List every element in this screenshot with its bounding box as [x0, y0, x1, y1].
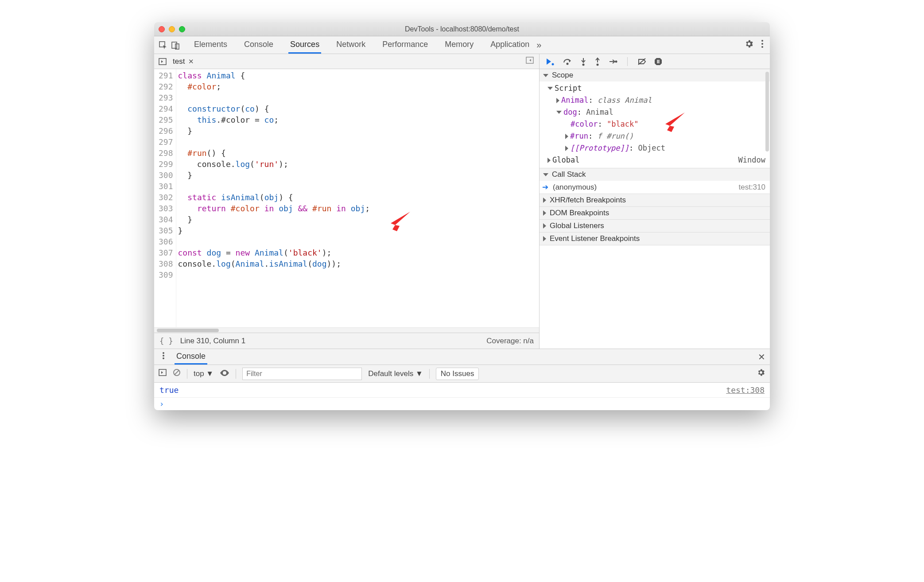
more-tabs-icon[interactable]: »	[531, 40, 547, 50]
current-frame-icon: ➔	[542, 182, 548, 192]
svg-point-10	[582, 63, 585, 66]
step-icon[interactable]	[609, 58, 617, 65]
editor-statusbar: { } Line 310, Column 1 Coverage: n/a	[154, 333, 539, 349]
callstack-pane: Call Stack ➔ (anonymous) test:310	[540, 168, 770, 194]
code-editor[interactable]: 291 292 293 294 295 296 297 298 299 300 …	[154, 69, 539, 327]
console-log-row[interactable]: true test:308	[154, 383, 770, 398]
svg-point-9	[567, 62, 569, 65]
svg-rect-13	[657, 60, 658, 63]
step-into-icon[interactable]	[580, 57, 586, 66]
step-over-icon[interactable]	[563, 58, 572, 65]
file-tab-bar: test ✕	[154, 54, 539, 69]
context-selector[interactable]: top ▼	[194, 369, 214, 378]
panel-tabs: ElementsConsoleSourcesNetworkPerformance…	[192, 36, 531, 54]
live-expression-icon[interactable]	[220, 369, 229, 378]
tab-application[interactable]: Application	[489, 36, 531, 54]
xhr-breakpoints-pane[interactable]: XHR/fetch Breakpoints	[540, 194, 770, 207]
issues-button[interactable]: No Issues	[436, 368, 479, 380]
console-log-value: true	[159, 385, 179, 395]
sources-editor-pane: test ✕ 291 292 293 294 295 296 297 298 2…	[154, 54, 540, 349]
step-out-icon[interactable]	[594, 57, 601, 66]
clear-console-icon[interactable]	[173, 369, 181, 379]
svg-rect-14	[659, 60, 660, 63]
callstack-header[interactable]: Call Stack	[540, 168, 770, 181]
scope-pane: Scope Script Animal: class Animal dog: A…	[540, 69, 770, 168]
scope-global[interactable]: GlobalWindow	[540, 154, 770, 166]
tab-performance[interactable]: Performance	[380, 36, 430, 54]
svg-point-4	[761, 43, 763, 45]
event-listener-breakpoints-pane[interactable]: Event Listener Breakpoints	[540, 233, 770, 245]
svg-point-8	[552, 63, 554, 65]
console-filter-input[interactable]	[242, 368, 362, 380]
pretty-print-icon[interactable]: { }	[159, 337, 173, 345]
main-split: test ✕ 291 292 293 294 295 296 297 298 2…	[154, 54, 770, 349]
window-titlebar: DevTools - localhost:8080/demo/test	[154, 22, 770, 36]
console-toolbar: top ▼ Default levels ▼ No Issues	[154, 365, 770, 383]
svg-point-5	[761, 46, 763, 48]
console-settings-gear-icon[interactable]	[757, 368, 765, 379]
tab-console[interactable]: Console	[242, 36, 275, 54]
scope-animal[interactable]: Animal: class Animal	[540, 94, 770, 106]
close-file-icon[interactable]: ✕	[188, 58, 194, 66]
tab-memory[interactable]: Memory	[443, 36, 475, 54]
inspect-icon[interactable]	[157, 39, 169, 51]
annotation-arrow-icon	[389, 188, 437, 255]
coverage-label: Coverage: n/a	[486, 337, 534, 345]
overflow-menu-icon[interactable]	[757, 39, 767, 50]
console-prompt[interactable]: ›	[154, 398, 770, 410]
svg-point-11	[597, 63, 599, 66]
svg-point-3	[761, 40, 763, 42]
drawer-tabs: Console ✕	[154, 349, 770, 365]
close-drawer-icon[interactable]: ✕	[758, 352, 765, 362]
toggle-sidebar-icon[interactable]	[523, 57, 536, 66]
tab-sources[interactable]: Sources	[288, 36, 321, 54]
code-content[interactable]: class Animal { #color; constructor(co) {…	[176, 69, 539, 327]
resume-icon[interactable]	[546, 58, 555, 66]
svg-point-15	[163, 352, 164, 354]
svg-rect-1	[172, 42, 177, 48]
cursor-position: Line 310, Column 1	[180, 337, 245, 345]
file-tab-name: test	[173, 57, 185, 66]
svg-point-12	[615, 60, 617, 62]
scope-dog[interactable]: dog: Animal	[540, 106, 770, 118]
tab-network[interactable]: Network	[334, 36, 367, 54]
svg-point-16	[163, 355, 164, 357]
file-tab[interactable]: test ✕	[168, 57, 198, 66]
right-pane-scrollbar[interactable]	[765, 72, 769, 151]
devtools-tabs: ElementsConsoleSourcesNetworkPerformance…	[154, 36, 770, 54]
scope-prototype[interactable]: [[Prototype]]: Object	[540, 142, 770, 154]
scope-header[interactable]: Scope	[540, 69, 770, 81]
debugger-pane: Scope Script Animal: class Animal dog: A…	[540, 54, 770, 349]
line-gutter: 291 292 293 294 295 296 297 298 299 300 …	[154, 69, 176, 327]
console-log-source[interactable]: test:308	[726, 385, 765, 395]
editor-hscrollbar[interactable]	[154, 327, 539, 333]
tab-elements[interactable]: Elements	[192, 36, 229, 54]
deactivate-breakpoints-icon[interactable]	[637, 58, 646, 66]
log-levels-selector[interactable]: Default levels ▼	[368, 369, 423, 378]
scope-color[interactable]: #color: "black"	[540, 118, 770, 130]
settings-gear-icon[interactable]	[741, 39, 757, 51]
global-listeners-pane[interactable]: Global Listeners	[540, 220, 770, 233]
pause-exceptions-icon[interactable]	[654, 58, 662, 66]
drawer-menu-icon[interactable]	[159, 352, 168, 362]
scope-script[interactable]: Script	[540, 82, 770, 94]
svg-point-17	[163, 357, 164, 359]
navigator-toggle-icon[interactable]	[157, 58, 168, 65]
dom-breakpoints-pane[interactable]: DOM Breakpoints	[540, 207, 770, 220]
callstack-frame[interactable]: ➔ (anonymous) test:310	[540, 181, 770, 194]
drawer-console-tab[interactable]: Console	[175, 349, 207, 365]
window-title: DevTools - localhost:8080/demo/test	[154, 25, 770, 33]
console-sidebar-toggle-icon[interactable]	[159, 369, 167, 378]
console-drawer: Console ✕ top ▼ Default levels ▼ No Issu…	[154, 349, 770, 410]
scope-run[interactable]: #run: f #run()	[540, 130, 770, 142]
device-toggle-icon[interactable]	[169, 39, 182, 51]
debugger-toolbar	[540, 54, 770, 69]
